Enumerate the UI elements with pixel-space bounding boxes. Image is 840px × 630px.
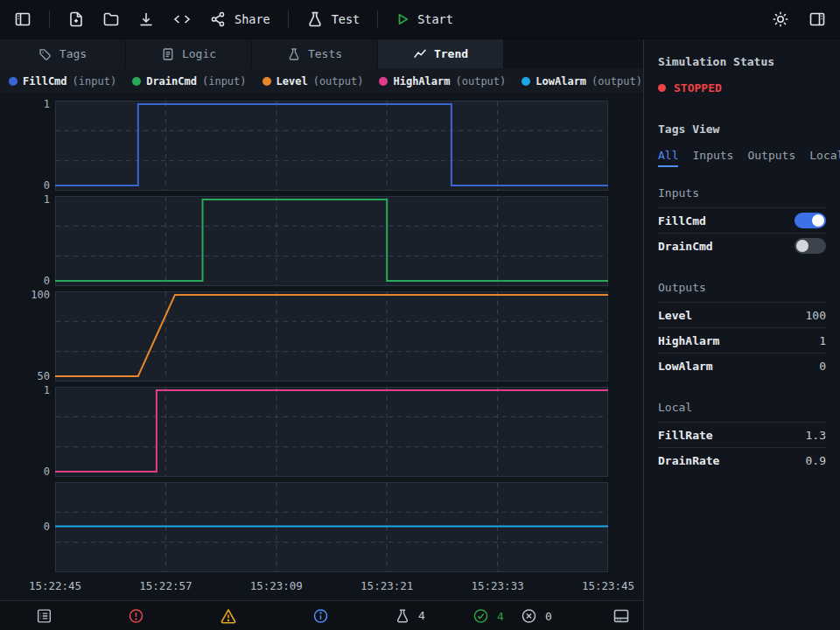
tests-passed-indicator[interactable]: 4 (472, 607, 504, 624)
log-button[interactable] (36, 607, 52, 624)
draincmd-toggle[interactable] (794, 238, 826, 254)
status-dot (658, 84, 666, 92)
code-view-button[interactable] (172, 10, 192, 28)
sidebar-toggle-button[interactable] (14, 10, 32, 28)
tag-label: Level (658, 309, 692, 322)
x-circle-icon (521, 607, 537, 624)
main-panel: Tags Logic Tests Trend FillCmd(input)Dra… (0, 39, 643, 630)
subplot-level: 10050 (0, 291, 643, 382)
folder-icon (102, 10, 120, 28)
subplot-fillcmd: 10 (0, 101, 643, 191)
legend-kind: (output) (592, 75, 642, 88)
tag-label: FillCmd (658, 214, 706, 228)
legend-dot (522, 77, 530, 86)
y-axis-labels: 0 (0, 482, 55, 572)
tag-row-fillrate: FillRate1.3 (658, 422, 826, 447)
y-tick-label: 0 (44, 521, 50, 533)
x-tick-label: 15:22:45 (29, 579, 81, 592)
document-icon (161, 47, 175, 61)
info-button[interactable] (312, 607, 329, 624)
legend-item-highalarm[interactable]: HighAlarm(output) (379, 75, 506, 88)
tab-label: Tags (60, 47, 87, 60)
toolbar-separator (49, 10, 50, 28)
new-file-button[interactable] (67, 10, 85, 28)
status-text: STOPPED (674, 81, 722, 94)
legend-kind: (input) (73, 75, 117, 88)
flask-icon (306, 10, 324, 28)
tests-failed-indicator[interactable]: 0 (521, 607, 552, 624)
x-tick-label: 15:23:21 (360, 579, 413, 592)
legend-dot (9, 77, 18, 86)
tag-label: DrainCmd (658, 240, 713, 253)
tag-label: FillRate (658, 429, 713, 442)
view-tab-all[interactable]: All (658, 149, 678, 167)
panel-left-icon (14, 10, 32, 28)
tags-view-title: Tags View (658, 122, 826, 136)
legend-dot (132, 77, 141, 86)
tags-view-tabs: AllInputsOutputsLocal (658, 149, 826, 167)
share-icon (209, 10, 227, 28)
tab-tests[interactable]: Tests (252, 39, 378, 68)
share-button[interactable]: Share (209, 10, 270, 28)
test-button[interactable]: Test (306, 10, 360, 28)
y-axis-labels: 10 (0, 101, 55, 191)
view-tab-outputs[interactable]: Outputs (747, 149, 795, 167)
y-tick-label: 1 (44, 384, 50, 396)
legend-item-lowalarm[interactable]: LowAlarm(output) (522, 75, 642, 88)
warnings-button[interactable] (220, 607, 237, 625)
simulation-sidebar: Simulation Status STOPPED Tags View AllI… (643, 39, 840, 630)
panel-right-icon (808, 10, 826, 28)
tag-label: DrainRate (658, 454, 719, 467)
download-button[interactable] (137, 10, 155, 28)
y-axis-labels: 10 (0, 387, 55, 477)
subplot-canvas-draincmd (55, 196, 608, 286)
legend-name: HighAlarm (393, 75, 450, 88)
tag-sections: InputsFillCmdDrainCmdOutputsLevel100High… (658, 186, 826, 472)
tab-label: Tests (308, 47, 342, 60)
subplot-canvas-lowalarm (55, 482, 608, 572)
tag-row-fillcmd: FillCmd (658, 207, 826, 233)
legend-name: FillCmd (23, 75, 67, 88)
code-icon (172, 10, 192, 28)
toolbar-separator (377, 10, 378, 28)
tab-label: Logic (182, 47, 216, 60)
sun-icon (772, 10, 789, 28)
fillcmd-toggle[interactable] (794, 213, 826, 228)
section-title-outputs: Outputs (658, 281, 826, 294)
panel-right-toggle-button[interactable] (808, 10, 826, 28)
subplot-lowalarm: 0 (0, 482, 643, 572)
y-tick-label: 1 (44, 98, 50, 110)
subplot-canvas-fillcmd (55, 101, 608, 191)
legend-item-fillcmd[interactable]: FillCmd(input) (9, 75, 116, 88)
theme-toggle-button[interactable] (772, 10, 789, 28)
legend-name: LowAlarm (536, 75, 586, 88)
open-folder-button[interactable] (102, 10, 120, 28)
info-icon (312, 607, 329, 624)
legend-dot (262, 77, 271, 86)
panel-bottom-icon (612, 607, 630, 625)
legend-name: DrainCmd (146, 75, 197, 88)
toolbar-separator (288, 10, 289, 28)
tab-tags[interactable]: Tags (0, 39, 126, 68)
tests-total-indicator[interactable]: 4 (395, 608, 425, 624)
status-bar: 4 4 0 (0, 600, 643, 630)
view-tab-local[interactable]: Local (809, 149, 840, 167)
bottom-panel-toggle-button[interactable] (612, 607, 630, 625)
subplot-draincmd: 10 (0, 196, 643, 286)
start-button[interactable]: Start (396, 12, 453, 26)
toggle-knob (796, 240, 808, 252)
legend-item-draincmd[interactable]: DrainCmd(input) (132, 75, 246, 88)
tag-value: 0.9 (806, 454, 826, 467)
tab-trend[interactable]: Trend (378, 39, 504, 68)
top-toolbar: Share Test Start (0, 0, 840, 39)
tag-label: HighAlarm (658, 334, 719, 347)
y-axis-labels: 10050 (0, 291, 55, 382)
legend-item-level[interactable]: Level(output) (262, 75, 364, 88)
y-tick-label: 0 (44, 179, 50, 192)
view-tab-inputs[interactable]: Inputs (692, 149, 733, 167)
tests-passed-count: 4 (497, 609, 504, 622)
tag-value: 1 (819, 334, 826, 347)
errors-button[interactable] (128, 607, 144, 624)
tab-logic[interactable]: Logic (126, 39, 252, 68)
simulation-status-value: STOPPED (658, 81, 826, 94)
